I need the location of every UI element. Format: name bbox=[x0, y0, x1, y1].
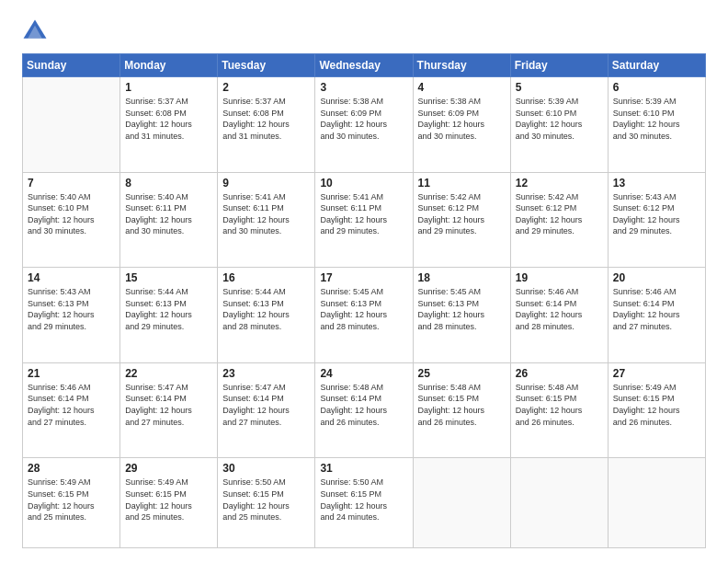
day-info: Sunrise: 5:42 AMSunset: 6:12 PMDaylight:… bbox=[516, 191, 603, 237]
calendar-cell: 27Sunrise: 5:49 AMSunset: 6:15 PMDayligh… bbox=[608, 362, 705, 458]
calendar-table: Sunday Monday Tuesday Wednesday Thursday… bbox=[22, 53, 706, 548]
calendar-week-row: 21Sunrise: 5:46 AMSunset: 6:14 PMDayligh… bbox=[23, 362, 706, 458]
calendar-cell bbox=[23, 77, 120, 173]
calendar-cell: 4Sunrise: 5:38 AMSunset: 6:09 PMDaylight… bbox=[413, 77, 510, 173]
calendar-cell: 7Sunrise: 5:40 AMSunset: 6:10 PMDaylight… bbox=[23, 172, 120, 268]
col-sunday: Sunday bbox=[23, 54, 120, 77]
calendar-cell: 3Sunrise: 5:38 AMSunset: 6:09 PMDaylight… bbox=[315, 77, 413, 173]
day-number: 27 bbox=[613, 367, 700, 380]
calendar-cell: 22Sunrise: 5:47 AMSunset: 6:14 PMDayligh… bbox=[120, 362, 218, 458]
calendar-cell: 9Sunrise: 5:41 AMSunset: 6:11 PMDaylight… bbox=[218, 172, 315, 268]
day-info: Sunrise: 5:38 AMSunset: 6:09 PMDaylight:… bbox=[320, 96, 407, 142]
day-number: 5 bbox=[516, 81, 603, 94]
day-number: 12 bbox=[516, 177, 603, 190]
day-number: 22 bbox=[125, 367, 212, 380]
logo bbox=[22, 18, 51, 44]
logo-icon bbox=[22, 18, 48, 44]
calendar-week-row: 7Sunrise: 5:40 AMSunset: 6:10 PMDaylight… bbox=[23, 172, 706, 268]
day-info: Sunrise: 5:50 AMSunset: 6:15 PMDaylight:… bbox=[320, 477, 407, 523]
day-number: 20 bbox=[613, 271, 700, 284]
calendar-cell: 12Sunrise: 5:42 AMSunset: 6:12 PMDayligh… bbox=[510, 172, 608, 268]
day-number: 7 bbox=[28, 177, 115, 190]
day-number: 10 bbox=[320, 177, 407, 190]
calendar-cell: 30Sunrise: 5:50 AMSunset: 6:15 PMDayligh… bbox=[218, 458, 315, 548]
calendar-week-row: 28Sunrise: 5:49 AMSunset: 6:15 PMDayligh… bbox=[23, 458, 706, 548]
day-info: Sunrise: 5:46 AMSunset: 6:14 PMDaylight:… bbox=[28, 382, 115, 428]
calendar-cell: 20Sunrise: 5:46 AMSunset: 6:14 PMDayligh… bbox=[608, 268, 705, 363]
page: Sunday Monday Tuesday Wednesday Thursday… bbox=[0, 0, 728, 563]
calendar-cell: 26Sunrise: 5:48 AMSunset: 6:15 PMDayligh… bbox=[510, 362, 608, 458]
day-info: Sunrise: 5:43 AMSunset: 6:12 PMDaylight:… bbox=[613, 191, 700, 237]
calendar-cell: 11Sunrise: 5:42 AMSunset: 6:12 PMDayligh… bbox=[413, 172, 510, 268]
calendar-cell: 15Sunrise: 5:44 AMSunset: 6:13 PMDayligh… bbox=[120, 268, 218, 363]
calendar-cell: 8Sunrise: 5:40 AMSunset: 6:11 PMDaylight… bbox=[120, 172, 218, 268]
day-info: Sunrise: 5:46 AMSunset: 6:14 PMDaylight:… bbox=[613, 286, 700, 332]
calendar-cell: 23Sunrise: 5:47 AMSunset: 6:14 PMDayligh… bbox=[218, 362, 315, 458]
calendar-week-row: 1Sunrise: 5:37 AMSunset: 6:08 PMDaylight… bbox=[23, 77, 706, 173]
day-number: 28 bbox=[28, 462, 115, 475]
day-info: Sunrise: 5:37 AMSunset: 6:08 PMDaylight:… bbox=[125, 96, 212, 142]
day-number: 13 bbox=[613, 177, 700, 190]
calendar-cell: 13Sunrise: 5:43 AMSunset: 6:12 PMDayligh… bbox=[608, 172, 705, 268]
day-info: Sunrise: 5:48 AMSunset: 6:15 PMDaylight:… bbox=[516, 382, 603, 428]
calendar-header-row: Sunday Monday Tuesday Wednesday Thursday… bbox=[23, 54, 706, 77]
day-info: Sunrise: 5:40 AMSunset: 6:11 PMDaylight:… bbox=[125, 191, 212, 237]
day-number: 25 bbox=[418, 367, 506, 380]
calendar-cell: 25Sunrise: 5:48 AMSunset: 6:15 PMDayligh… bbox=[413, 362, 510, 458]
header bbox=[22, 18, 706, 44]
calendar-cell: 29Sunrise: 5:49 AMSunset: 6:15 PMDayligh… bbox=[120, 458, 218, 548]
day-info: Sunrise: 5:45 AMSunset: 6:13 PMDaylight:… bbox=[418, 286, 506, 332]
day-number: 8 bbox=[125, 177, 212, 190]
day-info: Sunrise: 5:49 AMSunset: 6:15 PMDaylight:… bbox=[125, 477, 212, 523]
calendar-cell: 2Sunrise: 5:37 AMSunset: 6:08 PMDaylight… bbox=[218, 77, 315, 173]
calendar-cell: 17Sunrise: 5:45 AMSunset: 6:13 PMDayligh… bbox=[315, 268, 413, 363]
calendar-cell: 16Sunrise: 5:44 AMSunset: 6:13 PMDayligh… bbox=[218, 268, 315, 363]
day-number: 6 bbox=[613, 81, 700, 94]
day-number: 4 bbox=[418, 81, 506, 94]
day-number: 15 bbox=[125, 271, 212, 284]
day-info: Sunrise: 5:39 AMSunset: 6:10 PMDaylight:… bbox=[516, 96, 603, 142]
day-number: 1 bbox=[125, 81, 212, 94]
calendar-week-row: 14Sunrise: 5:43 AMSunset: 6:13 PMDayligh… bbox=[23, 268, 706, 363]
day-number: 14 bbox=[28, 271, 115, 284]
day-info: Sunrise: 5:49 AMSunset: 6:15 PMDaylight:… bbox=[28, 477, 115, 523]
col-tuesday: Tuesday bbox=[218, 54, 315, 77]
day-info: Sunrise: 5:41 AMSunset: 6:11 PMDaylight:… bbox=[222, 191, 310, 237]
calendar-cell bbox=[510, 458, 608, 548]
day-number: 21 bbox=[28, 367, 115, 380]
day-info: Sunrise: 5:42 AMSunset: 6:12 PMDaylight:… bbox=[418, 191, 506, 237]
day-number: 19 bbox=[516, 271, 603, 284]
calendar-cell: 28Sunrise: 5:49 AMSunset: 6:15 PMDayligh… bbox=[23, 458, 120, 548]
day-info: Sunrise: 5:47 AMSunset: 6:14 PMDaylight:… bbox=[222, 382, 310, 428]
col-saturday: Saturday bbox=[608, 54, 705, 77]
day-info: Sunrise: 5:39 AMSunset: 6:10 PMDaylight:… bbox=[613, 96, 700, 142]
calendar-cell: 10Sunrise: 5:41 AMSunset: 6:11 PMDayligh… bbox=[315, 172, 413, 268]
day-number: 18 bbox=[418, 271, 506, 284]
day-number: 30 bbox=[222, 462, 310, 475]
day-info: Sunrise: 5:38 AMSunset: 6:09 PMDaylight:… bbox=[418, 96, 506, 142]
day-info: Sunrise: 5:46 AMSunset: 6:14 PMDaylight:… bbox=[516, 286, 603, 332]
day-info: Sunrise: 5:44 AMSunset: 6:13 PMDaylight:… bbox=[222, 286, 310, 332]
day-info: Sunrise: 5:44 AMSunset: 6:13 PMDaylight:… bbox=[125, 286, 212, 332]
day-number: 2 bbox=[222, 81, 310, 94]
calendar-cell: 31Sunrise: 5:50 AMSunset: 6:15 PMDayligh… bbox=[315, 458, 413, 548]
day-number: 26 bbox=[516, 367, 603, 380]
day-info: Sunrise: 5:40 AMSunset: 6:10 PMDaylight:… bbox=[28, 191, 115, 237]
day-number: 31 bbox=[320, 462, 407, 475]
day-info: Sunrise: 5:47 AMSunset: 6:14 PMDaylight:… bbox=[125, 382, 212, 428]
calendar-cell bbox=[413, 458, 510, 548]
calendar-cell: 6Sunrise: 5:39 AMSunset: 6:10 PMDaylight… bbox=[608, 77, 705, 173]
day-number: 16 bbox=[222, 271, 310, 284]
day-number: 23 bbox=[222, 367, 310, 380]
calendar-cell bbox=[608, 458, 705, 548]
col-monday: Monday bbox=[120, 54, 218, 77]
col-friday: Friday bbox=[510, 54, 608, 77]
day-number: 9 bbox=[222, 177, 310, 190]
day-info: Sunrise: 5:37 AMSunset: 6:08 PMDaylight:… bbox=[222, 96, 310, 142]
day-info: Sunrise: 5:50 AMSunset: 6:15 PMDaylight:… bbox=[222, 477, 310, 523]
day-number: 17 bbox=[320, 271, 407, 284]
col-thursday: Thursday bbox=[413, 54, 510, 77]
calendar-cell: 5Sunrise: 5:39 AMSunset: 6:10 PMDaylight… bbox=[510, 77, 608, 173]
calendar-cell: 1Sunrise: 5:37 AMSunset: 6:08 PMDaylight… bbox=[120, 77, 218, 173]
day-info: Sunrise: 5:43 AMSunset: 6:13 PMDaylight:… bbox=[28, 286, 115, 332]
